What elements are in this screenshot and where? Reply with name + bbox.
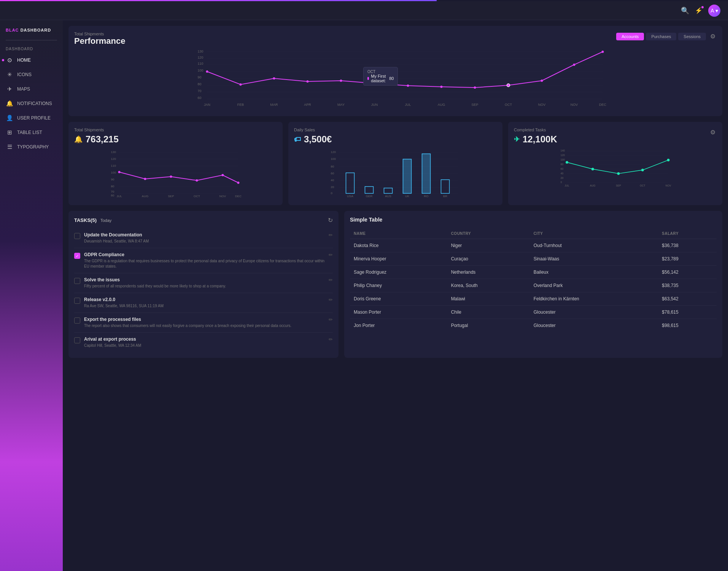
svg-text:60: 60: [561, 167, 564, 170]
stat-meta-sales: Daily Sales: [294, 128, 497, 132]
bottom-row: TASKS(5) Today ↻ Update the Documentatio…: [68, 211, 722, 358]
task-checkbox-3[interactable]: [74, 278, 80, 284]
cell-city: Oud-Turnhout: [530, 239, 658, 252]
tab-purchases[interactable]: Purchases: [646, 33, 676, 40]
svg-point-60: [196, 179, 198, 182]
svg-point-25: [507, 84, 510, 87]
svg-point-114: [641, 169, 644, 171]
svg-text:0: 0: [561, 181, 562, 183]
svg-text:USA: USA: [347, 195, 353, 198]
sidebar-item-maps[interactable]: ✈ MAPS: [0, 82, 63, 96]
table-icon: ⊞: [6, 129, 13, 136]
svg-rect-86: [403, 159, 412, 193]
cell-salary: $38,735: [658, 279, 717, 292]
tasks-chart-settings-button[interactable]: ⚙: [709, 128, 717, 137]
task-edit-5[interactable]: ✏: [329, 317, 333, 322]
sidebar-item-label: USER PROFILE: [17, 115, 51, 121]
task-desc-6: Capitol Hill, Seattle, WA 12:34 AM: [84, 343, 325, 348]
cell-name: Doris Greene: [350, 292, 447, 306]
table-row: Jon PorterPortugalGloucester$98,615: [350, 319, 717, 332]
svg-text:70: 70: [111, 190, 114, 193]
svg-rect-85: [384, 188, 393, 193]
svg-text:AUG: AUG: [142, 195, 148, 198]
svg-text:110: 110: [111, 164, 116, 167]
svg-text:60: 60: [111, 194, 114, 197]
svg-text:130: 130: [111, 150, 116, 154]
task-item: Release v2.0.0 Ra Ave SW, Seattle, WA 98…: [74, 293, 333, 313]
notifications-icon: 🔔: [6, 100, 13, 107]
task-edit-2[interactable]: ✏: [329, 252, 333, 258]
stat-card-sales: Daily Sales 🏷 3,500€ 120 100 80 60 40 20…: [288, 122, 502, 205]
svg-text:NOV: NOV: [219, 195, 226, 198]
stats-row: Total Shipments 🔔 763,215 130 120 110 10…: [68, 122, 722, 205]
data-table: NAME COUNTRY CITY SALARY Dakota RiceNige…: [350, 228, 717, 332]
cell-country: Niger: [447, 239, 530, 252]
svg-text:60: 60: [198, 96, 202, 100]
task-edit-3[interactable]: ✏: [329, 277, 333, 283]
svg-text:DEC: DEC: [599, 103, 607, 107]
task-edit-6[interactable]: ✏: [329, 337, 333, 342]
svg-text:20: 20: [561, 177, 564, 179]
sidebar-item-icons[interactable]: ✳ ICONS: [0, 67, 63, 82]
svg-point-23: [440, 86, 443, 88]
svg-text:40: 40: [331, 179, 334, 182]
pulse-activity-icon[interactable]: ⚡: [695, 7, 703, 14]
tab-sessions[interactable]: Sessions: [678, 33, 706, 40]
task-checkbox-1[interactable]: [74, 233, 80, 239]
sidebar-item-notifications[interactable]: 🔔 NOTIFICATIONS: [0, 96, 63, 111]
cell-name: Sage Rodriguez: [350, 266, 447, 279]
task-edit-1[interactable]: ✏: [329, 232, 333, 238]
cell-city: Gloucester: [530, 319, 658, 332]
table-row: Philip ChaneyKorea, SouthOverland Park$3…: [350, 279, 717, 292]
svg-text:80: 80: [198, 82, 202, 86]
sidebar-item-table-list[interactable]: ⊞ TABLE LIST: [0, 125, 63, 140]
task-edit-4[interactable]: ✏: [329, 297, 333, 303]
stat-card-shipments: Total Shipments 🔔 763,215 130 120 110 10…: [68, 122, 283, 205]
search-icon[interactable]: 🔍: [681, 6, 689, 15]
sidebar-item-label: HOME: [17, 57, 31, 63]
svg-text:120: 120: [561, 154, 565, 156]
svg-text:UK: UK: [405, 195, 410, 198]
cell-name: Mason Porter: [350, 306, 447, 319]
task-checkbox-5[interactable]: [74, 317, 80, 324]
cell-salary: $36,738: [658, 239, 717, 252]
task-desc-3: Fifty percent of all respondents said th…: [84, 284, 325, 289]
task-checkbox-6[interactable]: [74, 337, 80, 343]
avatar[interactable]: A ▾: [708, 5, 720, 17]
tasks-title: TASKS(5): [74, 217, 97, 223]
task-item: Export the processed files The report al…: [74, 313, 333, 333]
task-desc-4: Ra Ave SW, Seattle, WA 98116, SUA 11:19 …: [84, 303, 325, 309]
sidebar-item-user-profile[interactable]: 👤 USER PROFILE: [0, 111, 63, 125]
tasks-refresh-button[interactable]: ↻: [328, 217, 333, 224]
svg-point-113: [617, 172, 620, 175]
task-name-1: Update the Documentation: [84, 232, 325, 238]
tasks-icon: ✈: [514, 135, 520, 144]
tasks-chart: 140 120 100 80 60 40 20 0: [514, 148, 717, 190]
task-checkbox-2[interactable]: ✓: [74, 253, 80, 259]
pulse-dot: [701, 6, 704, 8]
performance-chart: 130 120 110 100 90 80 70 60: [74, 48, 717, 109]
task-name-6: Arival at export process: [84, 337, 325, 342]
sidebar-item-typography[interactable]: ☰ TYPOGRAPHY: [0, 140, 63, 154]
svg-point-28: [602, 51, 604, 53]
cell-name: Minerva Hooper: [350, 252, 447, 266]
svg-point-115: [667, 159, 670, 161]
svg-point-26: [541, 80, 543, 82]
svg-point-62: [237, 182, 240, 184]
svg-text:120: 120: [331, 150, 336, 154]
svg-text:OCT: OCT: [640, 184, 645, 187]
simple-table-card: Simple Table NAME COUNTRY CITY SALARY Da…: [344, 211, 722, 358]
task-checkbox-4[interactable]: [74, 298, 80, 304]
user-icon: 👤: [6, 115, 13, 121]
sidebar-item-home[interactable]: ⊙ HOME: [0, 53, 63, 67]
performance-card: Total Shipments Performance Accounts Pur…: [68, 26, 722, 116]
tasks-card: TASKS(5) Today ↻ Update the Documentatio…: [68, 211, 339, 358]
stat-card-tasks: Completed Tasks ✈ 12,100K ⚙ 140 120 100 …: [508, 122, 722, 205]
svg-text:20: 20: [331, 185, 334, 189]
performance-settings-button[interactable]: ⚙: [709, 32, 717, 41]
svg-text:100: 100: [198, 69, 203, 72]
table-row: Mason PorterChileGloucester$78,615: [350, 306, 717, 319]
tab-accounts[interactable]: Accounts: [616, 33, 644, 40]
svg-text:MAY: MAY: [337, 103, 345, 107]
cell-salary: $23,789: [658, 252, 717, 266]
